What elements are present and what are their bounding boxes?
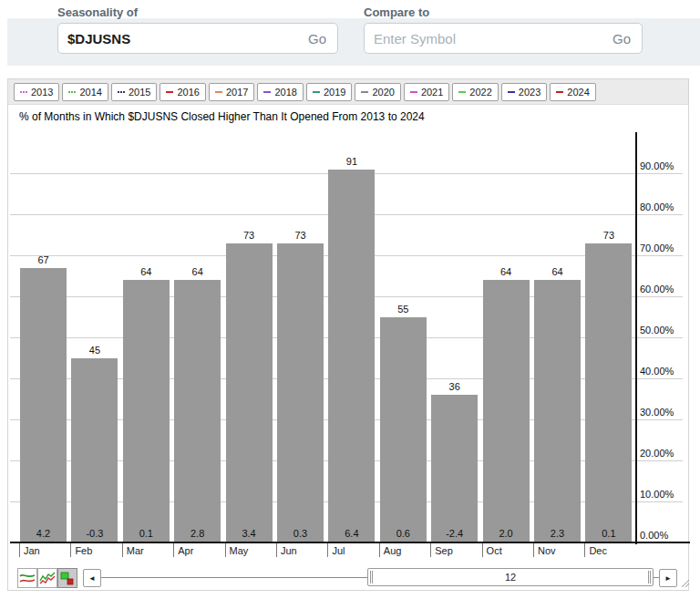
bar-change-label: 2.8 xyxy=(174,528,221,539)
month-label-apr: Apr xyxy=(178,545,193,556)
y-tick-label: 90.00% xyxy=(640,160,674,171)
bar-jul xyxy=(328,170,375,543)
bar-change-label: 2.3 xyxy=(534,528,581,539)
right-arrow-icon: ► xyxy=(664,574,672,583)
bar-change-label: 3.4 xyxy=(226,528,273,539)
month-tick xyxy=(122,543,123,557)
bar-dec xyxy=(585,243,632,543)
scroll-left-button[interactable]: ◄ xyxy=(83,569,101,587)
compare-form-group: Compare to Go xyxy=(364,5,643,54)
bar-mar xyxy=(123,280,170,542)
seasonality-form-group: Seasonality of Go xyxy=(57,5,338,54)
month-label-oct: Oct xyxy=(487,545,502,556)
compare-symbol-input[interactable] xyxy=(374,31,611,46)
bar-change-label: 0.1 xyxy=(123,528,170,539)
month-label-may: May xyxy=(230,545,249,556)
y-tick-label: 20.00% xyxy=(640,448,674,459)
bar-sep xyxy=(431,395,478,542)
y-axis-line xyxy=(635,132,637,544)
bar-change-label: -2.4 xyxy=(431,528,478,539)
bar-oct xyxy=(483,280,530,542)
thumb-left-grip-icon xyxy=(370,571,373,584)
y-tick-label: 10.00% xyxy=(640,489,674,500)
bar-change-label: 0.6 xyxy=(380,528,427,539)
bar-value-label: 45 xyxy=(71,345,118,356)
y-tick-label: 40.00% xyxy=(640,366,674,377)
bar-value-label: 91 xyxy=(328,156,375,167)
bar-value-label: 55 xyxy=(380,304,427,315)
bar-jun xyxy=(277,243,324,543)
bar-may xyxy=(226,243,273,543)
y-tick-label: 80.00% xyxy=(640,201,674,212)
month-label-aug: Aug xyxy=(384,545,402,556)
scrollbar-thumb-label: 12 xyxy=(505,572,516,583)
month-tick xyxy=(533,543,534,557)
scrollbar-thumb[interactable]: 12 xyxy=(367,568,654,586)
symbol-form-panel: Seasonality of Go Compare to Go xyxy=(7,18,700,66)
scroll-right-button[interactable]: ► xyxy=(659,569,677,587)
y-tick-label: 60.00% xyxy=(640,284,674,294)
bar-nov xyxy=(534,280,581,542)
bar-change-label: 2.0 xyxy=(483,528,530,539)
seasonality-go-button[interactable]: Go xyxy=(306,31,328,46)
x-axis-line xyxy=(10,542,690,543)
compare-symbol-box: Go xyxy=(364,23,643,54)
bar-aug xyxy=(380,317,427,543)
chart-style-line-button[interactable] xyxy=(37,568,57,588)
bar-value-label: 64 xyxy=(174,266,221,277)
month-label-dec: Dec xyxy=(589,545,607,556)
month-label-jul: Jul xyxy=(332,545,345,556)
thumb-right-grip-icon xyxy=(648,571,651,584)
bar-chart-icon xyxy=(59,571,76,585)
month-label-jan: Jan xyxy=(24,545,40,556)
y-tick-label: 50.00% xyxy=(640,325,674,336)
month-tick xyxy=(225,543,226,557)
bar-value-label: 64 xyxy=(483,266,530,277)
month-tick xyxy=(482,543,483,557)
bar-jan xyxy=(20,268,67,543)
bar-change-label: 0.1 xyxy=(585,528,632,539)
bar-change-label: 6.4 xyxy=(328,528,375,539)
month-tick xyxy=(173,543,174,557)
y-tick-label: 30.00% xyxy=(640,407,674,418)
month-tick xyxy=(327,543,328,557)
chart-style-bar-button[interactable] xyxy=(57,568,77,588)
smooth-line-chart-icon xyxy=(19,571,36,585)
month-label-feb: Feb xyxy=(75,545,92,556)
bar-value-label: 73 xyxy=(585,230,632,241)
month-label-nov: Nov xyxy=(538,545,556,556)
chart-style-smooth-line-button[interactable] xyxy=(17,568,37,588)
bar-change-label: 0.3 xyxy=(277,528,324,539)
month-tick xyxy=(430,543,431,557)
month-label-jun: Jun xyxy=(281,545,297,556)
seasonality-chart-panel: 2013201420152016201720182019202020212022… xyxy=(7,78,689,591)
month-tick xyxy=(584,543,585,557)
y-tick-label: 70.00% xyxy=(640,243,674,253)
plot-area: 0.00%10.00%20.00%30.00%40.00%50.00%60.00… xyxy=(8,79,688,590)
seasonality-symbol-input[interactable] xyxy=(67,31,306,46)
bar-value-label: 73 xyxy=(277,230,324,241)
resize-grip-icon[interactable] xyxy=(679,577,690,588)
compare-label: Compare to xyxy=(364,5,643,19)
month-tick xyxy=(19,543,20,557)
bar-value-label: 73 xyxy=(226,230,273,241)
bar-apr xyxy=(174,280,221,542)
month-tick xyxy=(276,543,277,557)
bar-value-label: 36 xyxy=(431,381,478,392)
bar-change-label: -0.3 xyxy=(71,528,118,539)
left-arrow-icon: ◄ xyxy=(88,574,96,583)
month-label-sep: Sep xyxy=(435,545,453,556)
compare-go-button[interactable]: Go xyxy=(611,31,633,46)
seasonality-symbol-box: Go xyxy=(57,23,338,54)
month-label-mar: Mar xyxy=(127,545,144,556)
y-tick-label: 0.00% xyxy=(640,530,668,541)
bar-feb xyxy=(71,358,118,543)
bar-value-label: 67 xyxy=(20,254,67,265)
bar-value-label: 64 xyxy=(534,266,581,277)
seasonality-label: Seasonality of xyxy=(57,5,338,19)
month-tick xyxy=(70,543,71,557)
bar-value-label: 64 xyxy=(123,266,170,277)
month-tick xyxy=(379,543,380,557)
line-chart-icon xyxy=(39,571,56,585)
bar-change-label: 4.2 xyxy=(20,528,67,539)
